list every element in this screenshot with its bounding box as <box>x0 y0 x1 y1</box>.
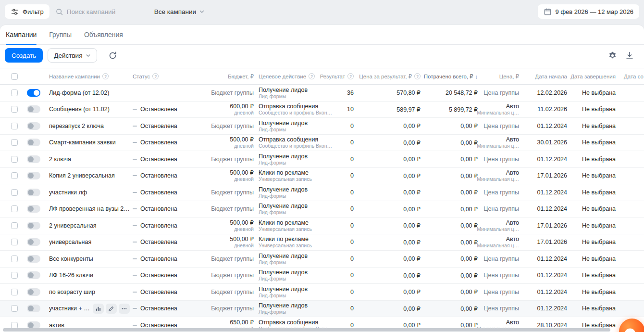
campaign-toggle[interactable] <box>27 189 40 196</box>
table-row: по возрасту шир Остановлена Бюджет групп… <box>0 284 644 301</box>
refresh-button[interactable] <box>106 49 119 62</box>
col-header-spent-total[interactable]: Потрачено всего, ₽ <box>424 73 473 80</box>
price-value: Цена группы <box>483 272 519 279</box>
row-checkbox[interactable] <box>11 322 18 329</box>
row-checkbox[interactable] <box>11 156 18 163</box>
table-row: ЛФ 16-26 ключи Остановлена Бюджет группы… <box>0 268 644 284</box>
date-end-value: Не выбрана <box>582 272 616 279</box>
row-checkbox[interactable] <box>11 239 18 245</box>
help-icon[interactable]: ? <box>347 73 354 79</box>
row-checkbox[interactable] <box>11 172 18 179</box>
horizontal-scrollbar[interactable] <box>3 328 610 332</box>
date-start-value: 01.12.2024 <box>537 289 567 295</box>
create-button[interactable]: Создать <box>5 48 43 63</box>
campaign-name-link[interactable]: актив <box>49 322 64 329</box>
col-header-status[interactable]: Статус <box>133 74 150 79</box>
campaign-toggle[interactable] <box>27 172 40 179</box>
campaign-name-link[interactable]: Лид-форма (от 12.02) <box>49 89 109 96</box>
campaign-name-link[interactable]: Сообщения (от 11.02) <box>49 106 110 113</box>
stats-icon-button[interactable] <box>93 304 104 314</box>
campaign-toggle[interactable] <box>27 89 40 97</box>
col-header-name[interactable]: Название кампании <box>49 74 100 79</box>
col-header-result[interactable]: Результат <box>320 74 345 79</box>
col-header-price[interactable]: Цена, ₽ <box>499 73 519 80</box>
tab-campaigns[interactable]: Кампании <box>6 25 37 44</box>
tab-groups[interactable]: Группы <box>49 25 72 44</box>
row-checkbox[interactable] <box>11 272 18 279</box>
export-button[interactable] <box>623 49 636 62</box>
filter-button[interactable]: Фильтр <box>5 4 50 19</box>
help-icon[interactable]: ? <box>309 73 315 79</box>
table-row: участники + рас… Остановлена Бюджет груп… <box>0 301 644 318</box>
row-checkbox[interactable] <box>11 189 18 196</box>
campaign-toggle[interactable] <box>27 139 40 146</box>
row-checkbox[interactable] <box>11 139 18 146</box>
sort-desc-icon[interactable]: ↓ <box>475 74 478 79</box>
campaign-toggle[interactable] <box>27 155 40 163</box>
settings-button[interactable] <box>606 49 619 62</box>
help-icon[interactable]: ? <box>102 73 109 79</box>
campaign-toggle[interactable] <box>27 288 40 296</box>
campaign-name-link[interactable]: по возрасту шир <box>49 289 95 295</box>
budget-value: Бюджет группы <box>211 156 254 163</box>
campaign-name-link[interactable]: участники + рас… <box>49 305 90 312</box>
col-header-date-created[interactable]: Дата со <box>624 74 644 79</box>
campaign-name-link[interactable]: Все конкуренты <box>49 255 93 262</box>
campaign-toggle[interactable] <box>27 122 40 130</box>
campaign-name-link[interactable]: Смарт-кампания заявки <box>49 139 116 146</box>
campaign-name-link[interactable]: 2 универсальная <box>49 222 97 229</box>
tab-ads[interactable]: Объявления <box>84 25 123 44</box>
toggle-knob <box>28 123 34 129</box>
campaign-name-link[interactable]: универсальная <box>49 239 91 245</box>
date-range-button[interactable]: 9 фев 2026 — 12 мар 2026 <box>538 4 639 19</box>
row-checkbox[interactable] <box>11 305 18 312</box>
campaign-toggle[interactable] <box>27 305 40 312</box>
actions-button-label: Действия <box>54 52 82 59</box>
more-icon-button[interactable] <box>119 304 130 314</box>
campaign-name-link[interactable]: перезапуск 2 ключа <box>49 123 104 129</box>
toggle-knob <box>28 289 34 295</box>
budget-value: Бюджет группы <box>211 289 254 295</box>
campaign-toggle[interactable] <box>27 105 40 113</box>
campaign-name-link[interactable]: Копия 2 универсальная <box>49 172 115 179</box>
row-checkbox[interactable] <box>11 123 18 129</box>
row-checkbox[interactable] <box>11 89 18 96</box>
col-header-cost-per-result[interactable]: Цена за результат, ₽ <box>359 73 412 80</box>
campaign-toggle[interactable] <box>27 271 40 279</box>
help-icon[interactable]: ? <box>152 73 159 79</box>
row-checkbox[interactable] <box>11 222 18 229</box>
search-input[interactable] <box>67 8 144 15</box>
campaign-toggle[interactable] <box>27 238 40 246</box>
actions-dropdown-button[interactable]: Действия <box>48 48 97 63</box>
campaign-scope-select[interactable]: Все кампании <box>151 4 208 19</box>
campaign-name-link[interactable]: ЛФ проверенная на вузы 2гис <box>49 205 130 212</box>
select-all-checkbox[interactable] <box>11 73 18 80</box>
campaign-toggle[interactable] <box>27 222 40 230</box>
row-checkbox[interactable] <box>11 106 18 113</box>
row-checkbox[interactable] <box>11 289 18 295</box>
budget-period: дневной <box>234 143 254 149</box>
date-start-value: 01.12.2024 <box>537 156 567 163</box>
cost-per-result-value: 0,00 ₽ <box>403 172 421 179</box>
col-header-date-end[interactable]: Дата завершения <box>570 74 616 79</box>
col-header-budget[interactable]: Бюджет, ₽ <box>228 73 254 80</box>
row-checkbox[interactable] <box>11 205 18 212</box>
budget-value: Бюджет группы <box>211 123 254 129</box>
campaign-name-link[interactable]: 2 ключа <box>49 156 71 163</box>
edit-icon-button[interactable] <box>106 304 117 314</box>
campaign-toggle[interactable] <box>27 205 40 213</box>
cost-per-result-value: 0,00 ₽ <box>403 189 421 196</box>
campaign-name-link[interactable]: участники лф <box>49 189 87 196</box>
table-row: универсальная Остановлена 500,00 ₽дневно… <box>0 234 644 251</box>
content-panel: Кампании Группы Объявления Создать Дейст… <box>0 25 644 332</box>
row-checkbox[interactable] <box>11 255 18 262</box>
spent-total-value: 0,00 ₽ <box>460 321 478 329</box>
date-end-value: Не выбрана <box>582 89 616 96</box>
help-icon[interactable]: ? <box>414 73 421 79</box>
campaign-toggle[interactable] <box>27 255 40 263</box>
col-header-target-action[interactable]: Целевое действие <box>259 74 306 79</box>
col-header-date-start[interactable]: Дата начала <box>535 74 567 79</box>
target-action-subtype: Лид-формы <box>259 210 308 215</box>
tab-ads-label: Объявления <box>84 31 123 38</box>
campaign-name-link[interactable]: ЛФ 16-26 ключи <box>49 272 93 279</box>
